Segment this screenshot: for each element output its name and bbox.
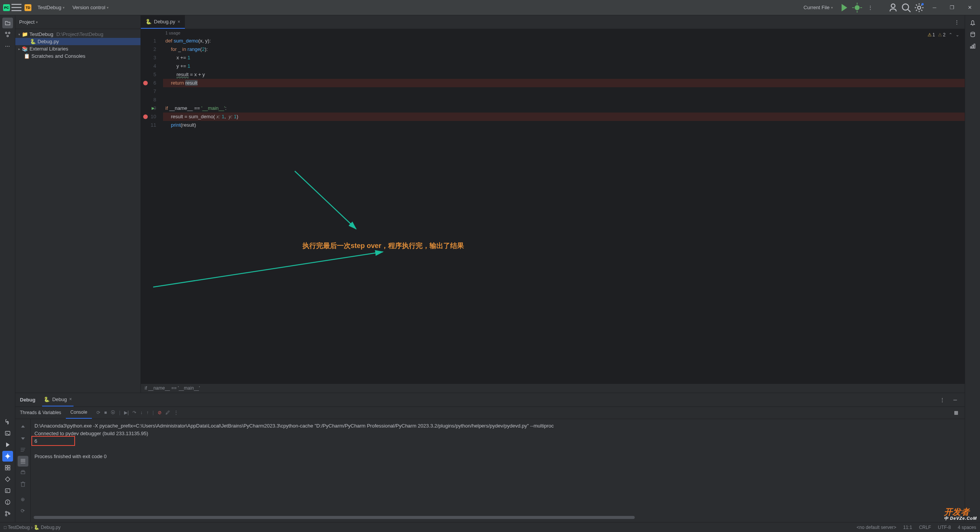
scroll-up-icon[interactable]	[18, 421, 28, 432]
restart-icon[interactable]: ⟳	[18, 506, 28, 516]
horizontal-scrollbar[interactable]	[34, 515, 959, 520]
run-tool-button[interactable]	[2, 439, 13, 450]
rerun-icon[interactable]: ⟳	[96, 410, 100, 415]
python-console-button[interactable]	[2, 428, 13, 439]
run-gutter-icon[interactable]: ▶	[152, 104, 155, 113]
warning-icon: ⚠	[928, 31, 932, 39]
chevron-down-icon: ▾	[831, 6, 833, 10]
usages-hint[interactable]: 1 usage	[163, 29, 965, 37]
breadcrumb-status[interactable]: □ TestDebug › 🐍 Debug.py	[4, 525, 60, 530]
editor-body[interactable]: ⚠1 ⚠2 ⌃ ⌄ 1 2 3 4 5 6 7 8 ▶9	[141, 29, 965, 383]
tree-scratches[interactable]: 📋 Scratches and Consoles	[15, 52, 140, 60]
chevron-down-icon: ▾	[63, 6, 65, 10]
run-button[interactable]	[839, 3, 849, 13]
scroll-to-end-icon[interactable]	[18, 456, 28, 467]
settings-sync-button[interactable]	[2, 474, 13, 485]
step-over-icon[interactable]: ↷	[132, 410, 136, 415]
maximize-button[interactable]: ❐	[945, 2, 959, 13]
more-tool-button[interactable]: ⋯	[2, 41, 13, 51]
editor-more-icon[interactable]: ⋮	[952, 17, 962, 27]
close-button[interactable]: ✕	[962, 2, 977, 13]
project-panel-header[interactable]: Project ▾	[15, 15, 140, 29]
svg-point-16	[6, 455, 9, 458]
notifications-icon[interactable]	[967, 18, 978, 28]
more-actions-icon[interactable]: ⋮	[865, 3, 875, 13]
settings-icon[interactable]	[914, 3, 924, 13]
tree-ext-libs[interactable]: ▸ 📚 External Libraries	[15, 45, 140, 52]
resume-icon[interactable]: ▶|	[124, 410, 129, 415]
python-packages-button[interactable]	[2, 416, 13, 427]
run-config-dropdown[interactable]: Current File ▾	[800, 3, 836, 12]
editor-indicators[interactable]: ⚠1 ⚠2 ⌃ ⌄	[928, 31, 959, 39]
debug-hide-icon[interactable]: ─	[950, 395, 960, 405]
evaluate-icon[interactable]: 🖉	[165, 410, 170, 415]
console-line: D:\Anaconda3\python.exe -X pycache_prefi…	[34, 422, 961, 430]
debug-button[interactable]	[852, 3, 862, 13]
debug-panel-header: Debug 🐍 Debug × ⋮ ─	[15, 393, 965, 407]
collapse-down-icon[interactable]: ⌄	[956, 31, 959, 39]
tree-root-name: TestDebug	[29, 31, 53, 37]
threads-tab[interactable]: Threads & Variables	[15, 407, 66, 419]
code-with-me-icon[interactable]	[888, 3, 898, 13]
gutter-line-bp[interactable]: 6	[141, 79, 156, 87]
code-content[interactable]: 1 usage def sum_demo(x, y): for _ in ran…	[163, 29, 965, 383]
minimize-button[interactable]: ─	[927, 2, 942, 13]
terminal-tool-button[interactable]	[2, 485, 13, 496]
title-bar: PC TD TestDebug ▾ Version control ▾ Curr…	[0, 0, 980, 15]
layout-icon[interactable]: ▦	[951, 408, 961, 418]
expand-icon: ▸	[18, 47, 20, 51]
console-tab[interactable]: Console	[66, 407, 92, 419]
step-into-icon[interactable]: ↓	[140, 410, 142, 415]
structure-tool-button[interactable]	[2, 29, 13, 40]
search-icon[interactable]	[901, 3, 911, 13]
editor-gutter[interactable]: 1 2 3 4 5 6 7 8 ▶9 10 11	[141, 29, 163, 383]
breakpoint-icon[interactable]	[143, 114, 148, 119]
close-tab-icon[interactable]: ×	[69, 397, 72, 402]
gutter-line-run[interactable]: ▶9	[141, 104, 156, 113]
gutter-line-bp[interactable]: 10	[141, 113, 156, 121]
scroll-down-icon[interactable]	[18, 433, 28, 444]
mute-bps-icon[interactable]: ⊘	[158, 410, 162, 415]
project-tool-button[interactable]	[2, 18, 13, 28]
svg-point-36	[971, 32, 975, 34]
new-console-icon[interactable]: ⊕	[18, 494, 28, 505]
stop-icon[interactable]: ■	[104, 410, 107, 415]
status-linesep[interactable]: CRLF	[919, 525, 931, 530]
close-tab-icon[interactable]: ×	[178, 19, 180, 24]
editor-tab[interactable]: 🐍 Debug.py ×	[141, 15, 185, 29]
soft-wrap-icon[interactable]	[18, 444, 28, 455]
project-name-dropdown[interactable]: TestDebug ▾	[34, 3, 68, 12]
breakpoint-icon[interactable]	[143, 81, 148, 85]
clear-icon[interactable]	[18, 479, 28, 490]
main-menu-icon[interactable]	[11, 3, 21, 13]
debug-more-icon[interactable]: ⋮	[937, 395, 947, 405]
console-output[interactable]: D:\Anaconda3\python.exe -X pycache_prefi…	[31, 419, 965, 522]
debug-run-tab[interactable]: 🐍 Debug ×	[42, 393, 73, 406]
run-config-label: Current File	[804, 5, 830, 10]
console-tool-column: ⊕ ⟳	[15, 419, 31, 522]
print-icon[interactable]	[18, 467, 28, 478]
status-indent[interactable]: 4 spaces	[958, 525, 976, 530]
vcs-tool-button[interactable]	[2, 508, 13, 519]
status-encoding[interactable]: UTF-8	[938, 525, 951, 530]
problems-tool-button[interactable]	[2, 497, 13, 508]
status-cursor[interactable]: 11:1	[903, 525, 912, 530]
debug-run-tab-label: Debug	[52, 397, 67, 402]
app-logo-icon: PC	[3, 4, 10, 11]
collapse-up-icon[interactable]: ⌃	[949, 31, 952, 39]
database-icon[interactable]	[967, 29, 978, 40]
status-server[interactable]: <no default server>	[857, 525, 896, 530]
console-tab-label: Console	[70, 410, 87, 415]
tree-file[interactable]: 🐍 Debug.py	[15, 38, 140, 45]
sciview-icon[interactable]	[967, 41, 978, 51]
debug-tool-button[interactable]	[2, 451, 13, 462]
view-bps-icon[interactable]: ⦿	[111, 410, 115, 415]
gutter-line: 3	[141, 54, 156, 62]
services-tool-button[interactable]	[2, 462, 13, 473]
more-debug-icon[interactable]: ⋮	[174, 410, 178, 415]
step-out-icon[interactable]: ↑	[146, 410, 149, 415]
tree-root[interactable]: ▾ 📁 TestDebug D:\Project\TestDebug	[15, 31, 140, 38]
vcs-dropdown[interactable]: Version control ▾	[69, 3, 112, 12]
project-name-label: TestDebug	[38, 5, 61, 10]
breadcrumb-bar[interactable]: if __name__ == '__main__'	[141, 383, 965, 393]
